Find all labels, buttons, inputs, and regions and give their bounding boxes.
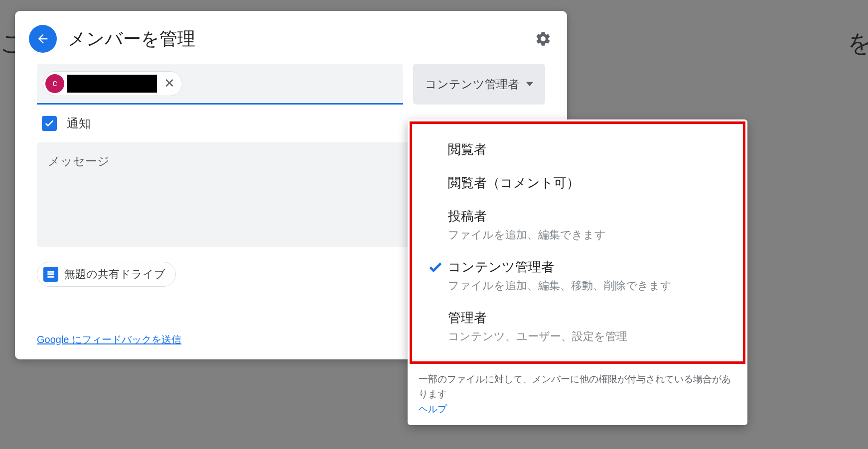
role-option-contributor[interactable]: 投稿者 ファイルを追加、編集できます: [412, 200, 743, 250]
avatar: c: [45, 74, 64, 93]
arrow-left-icon: [36, 32, 50, 46]
role-dropdown-menu: 閲覧者 閲覧者（コメント可） 投稿者 ファイルを追加、編集できます コンテンツ管…: [408, 119, 747, 425]
shared-drive-name: 無題の共有ドライブ: [64, 267, 165, 282]
role-option-title: 閲覧者（コメント可）: [448, 173, 732, 193]
back-button[interactable]: [29, 25, 57, 53]
role-option-title: 投稿者: [448, 207, 732, 226]
help-link[interactable]: ヘルプ: [419, 404, 447, 414]
role-option-title: 閲覧者: [448, 140, 732, 159]
chip-remove-button[interactable]: ✕: [162, 76, 177, 91]
people-input[interactable]: c ✕: [37, 64, 403, 105]
feedback-link[interactable]: Google にフィードバックを送信: [37, 333, 181, 346]
role-option-desc: ファイルを追加、編集、移動、削除できます: [448, 277, 732, 294]
check-icon: [44, 118, 55, 129]
notify-label: 通知: [67, 115, 91, 131]
member-chip: c ✕: [43, 71, 182, 96]
role-selected-label: コンテンツ管理者: [425, 77, 519, 92]
check-icon: [428, 259, 443, 275]
gear-icon: [535, 30, 552, 47]
role-option-title: 管理者: [448, 308, 732, 328]
chip-label-redacted: [67, 75, 157, 93]
role-option-desc: ファイルを追加、編集できます: [448, 226, 732, 243]
role-option-content-manager[interactable]: コンテンツ管理者 ファイルを追加、編集、移動、削除できます: [412, 250, 743, 301]
caret-down-icon: [526, 81, 533, 88]
dropdown-footer-note: 一部のファイルに対して、メンバーに他の権限が付与されている場合があります: [419, 372, 736, 402]
shared-drive-icon: [43, 267, 58, 282]
settings-button[interactable]: [533, 29, 553, 49]
role-option-title: コンテンツ管理者: [448, 257, 732, 277]
role-option-commenter[interactable]: 閲覧者（コメント可）: [412, 166, 743, 200]
notify-checkbox[interactable]: [42, 116, 57, 131]
role-dropdown-button[interactable]: コンテンツ管理者: [413, 64, 545, 105]
highlight-box: 閲覧者 閲覧者（コメント可） 投稿者 ファイルを追加、編集できます コンテンツ管…: [410, 121, 745, 364]
role-option-viewer[interactable]: 閲覧者: [412, 133, 743, 166]
shared-drive-chip[interactable]: 無題の共有ドライブ: [37, 262, 176, 287]
role-option-manager[interactable]: 管理者 コンテンツ、ユーザー、設定を管理: [412, 301, 743, 352]
dialog-title: メンバーを管理: [68, 27, 533, 51]
role-option-desc: コンテンツ、ユーザー、設定を管理: [448, 328, 732, 345]
